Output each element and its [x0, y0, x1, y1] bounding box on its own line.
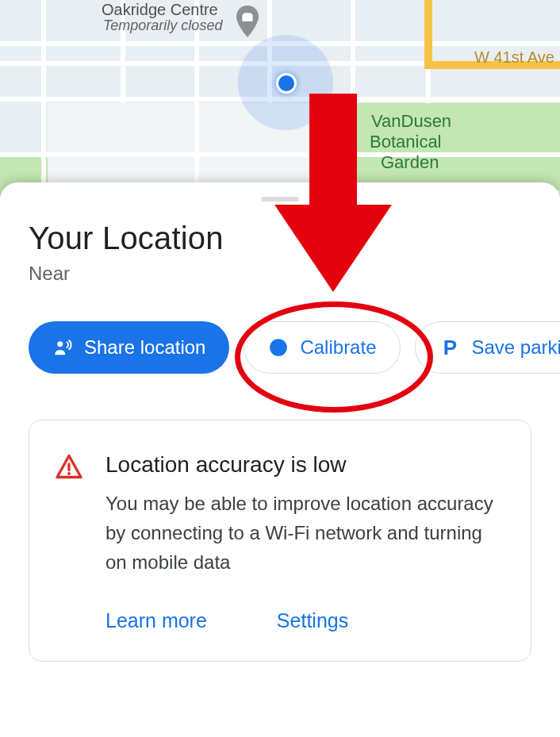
map-road-label: W 41st Ave	[474, 48, 554, 67]
share-location-button[interactable]: Share location	[29, 321, 229, 374]
accuracy-warning-card: Location accuracy is low You may be able…	[29, 420, 531, 662]
map-poi-name: Oakridge Centre	[102, 0, 218, 19]
accuracy-card-text: You may be able to improve location accu…	[105, 489, 505, 578]
share-person-icon	[52, 337, 73, 358]
poi-pin-icon	[235, 5, 260, 38]
action-chips-row: Share location Calibrate P Save parking	[0, 285, 560, 374]
svg-point-17	[67, 472, 71, 475]
svg-point-14	[57, 341, 63, 347]
map-park-line2: Botanical	[370, 132, 442, 152]
sheet-title: Your Location	[0, 221, 560, 256]
sheet-drag-handle[interactable]	[261, 197, 299, 202]
parking-icon: P	[439, 337, 460, 358]
save-parking-button[interactable]: P Save parking	[415, 321, 560, 374]
settings-link[interactable]: Settings	[277, 609, 348, 632]
current-location-dot	[276, 73, 297, 94]
compass-icon	[268, 337, 289, 358]
calibrate-label: Calibrate	[300, 336, 376, 359]
location-bottom-sheet[interactable]: Your Location Near Share location	[0, 182, 560, 737]
share-location-label: Share location	[84, 336, 205, 359]
warning-icon	[55, 452, 83, 632]
map-park-line3: Garden	[381, 152, 439, 173]
calibrate-button[interactable]: Calibrate	[244, 321, 401, 374]
sheet-subtitle: Near	[0, 256, 560, 285]
map-poi-status: Temporarily closed	[103, 17, 222, 35]
accuracy-card-title: Location accuracy is low	[105, 452, 505, 478]
save-parking-label: Save parking	[471, 336, 560, 359]
learn-more-link[interactable]: Learn more	[105, 609, 207, 632]
map-park-line1: VanDusen	[371, 111, 451, 132]
